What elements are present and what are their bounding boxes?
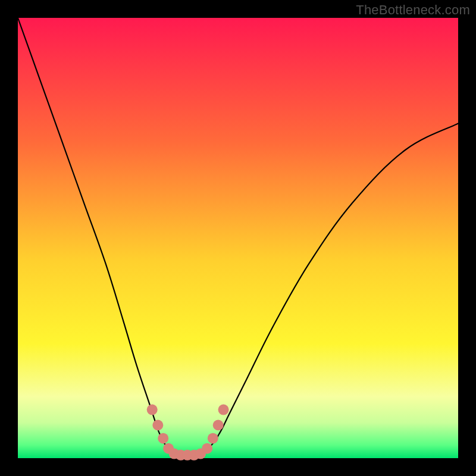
chart-stage: TheBottleneck.com	[0, 0, 476, 476]
marker-dot	[208, 433, 218, 444]
marker-dot	[202, 443, 212, 454]
marker-dot	[152, 420, 163, 431]
marker-dot	[147, 405, 158, 415]
marker-dot	[213, 420, 224, 431]
chart-background	[18, 18, 458, 458]
chart-svg	[0, 0, 476, 476]
watermark-text: TheBottleneck.com	[356, 2, 470, 18]
marker-dot	[218, 405, 229, 415]
marker-dot	[158, 433, 168, 444]
